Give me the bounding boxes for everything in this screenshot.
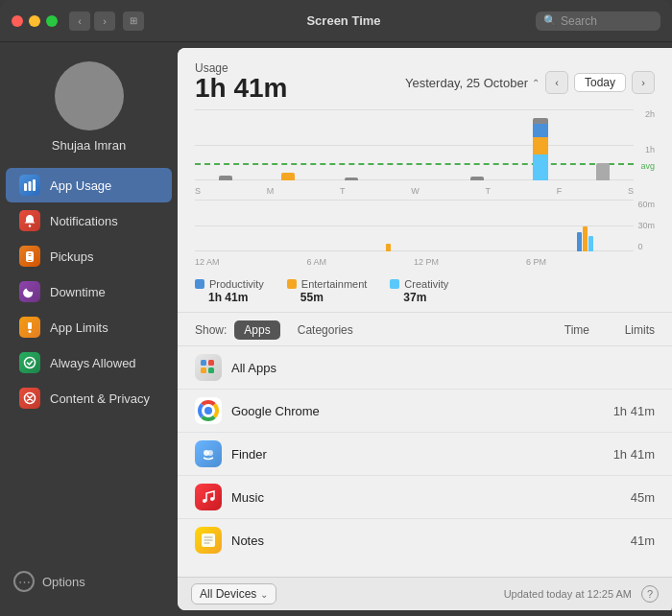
sidebar-item-app-limits[interactable]: App Limits bbox=[6, 310, 172, 344]
avg-label: avg bbox=[640, 161, 655, 171]
legend-creativity: Creativity 37m bbox=[390, 278, 448, 304]
search-box[interactable]: 🔍 bbox=[536, 12, 660, 31]
col-time-header: Time bbox=[522, 323, 589, 337]
sidebar-item-label-content-privacy: Content & Privacy bbox=[50, 391, 150, 406]
bar-s1 bbox=[219, 176, 232, 180]
dx-6am: 6 AM bbox=[307, 257, 327, 267]
next-date-button[interactable]: › bbox=[632, 71, 655, 94]
svg-rect-8 bbox=[28, 322, 32, 329]
sidebar-item-downtime[interactable]: Downtime bbox=[6, 274, 172, 309]
svg-rect-13 bbox=[208, 360, 214, 366]
daily-bar-am bbox=[386, 244, 391, 251]
bar-f-orange bbox=[533, 137, 548, 154]
sidebar-item-app-usage[interactable]: App Usage bbox=[6, 168, 172, 202]
chevron-down-icon: ⌃ bbox=[532, 78, 540, 88]
sidebar-item-label-app-limits: App Limits bbox=[50, 320, 108, 335]
svg-point-18 bbox=[203, 499, 206, 503]
y-label-2h: 2h bbox=[645, 109, 655, 119]
sidebar-nav: App Usage Notifications bbox=[0, 168, 178, 558]
date-nav: Yesterday, 25 October ⌃ ‹ Today › bbox=[405, 71, 655, 94]
bar-f-blue bbox=[533, 124, 548, 137]
help-button[interactable]: ? bbox=[641, 585, 659, 603]
show-tabs: Show: Apps Categories Time Limits bbox=[178, 313, 672, 345]
app-time-music: 45m bbox=[588, 490, 655, 505]
dx-12pm: 12 PM bbox=[414, 257, 439, 267]
x-label-w: W bbox=[411, 186, 420, 196]
all-apps-icon bbox=[195, 354, 222, 381]
content-privacy-icon bbox=[19, 388, 40, 409]
username: Shujaa Imran bbox=[52, 138, 126, 153]
show-label: Show: bbox=[195, 323, 227, 337]
chevron-down-icon: ⌄ bbox=[260, 589, 268, 600]
today-button[interactable]: Today bbox=[574, 73, 626, 92]
daily-y-labels: 60m 30m 0 bbox=[637, 200, 655, 251]
app-name-chrome: Google Chrome bbox=[231, 404, 578, 418]
chrome-icon bbox=[195, 397, 222, 424]
weekly-chart: 2h 1h avg bbox=[195, 109, 655, 196]
options-item[interactable]: ⋯ Options bbox=[13, 566, 164, 597]
svg-point-19 bbox=[210, 497, 214, 501]
svg-rect-12 bbox=[201, 360, 206, 366]
sidebar: Shujaa Imran App Usage bbox=[0, 42, 178, 616]
app-list: All Apps Google Chrome 1h 41m bbox=[178, 346, 672, 577]
svg-point-17 bbox=[207, 450, 213, 456]
back-button[interactable]: ‹ bbox=[69, 12, 90, 31]
search-input[interactable] bbox=[561, 14, 653, 28]
legend-label-creativity: Creativity bbox=[404, 278, 448, 290]
sidebar-item-pickups[interactable]: Pickups bbox=[6, 239, 172, 273]
chart-legend: Productivity 1h 41m Entertainment 55m Cr… bbox=[178, 272, 672, 312]
traffic-lights bbox=[12, 15, 58, 27]
device-select[interactable]: All Devices ⌄ bbox=[191, 583, 276, 604]
minimize-button[interactable] bbox=[29, 15, 40, 27]
always-allowed-icon bbox=[19, 352, 40, 373]
dx-6pm: 6 PM bbox=[526, 257, 546, 267]
finder-icon bbox=[195, 440, 222, 467]
week-bar-f bbox=[510, 109, 571, 180]
tab-apps[interactable]: Apps bbox=[234, 320, 279, 340]
svg-rect-0 bbox=[24, 183, 27, 191]
week-bar-w bbox=[384, 109, 445, 180]
maximize-button[interactable] bbox=[46, 15, 58, 27]
week-bar-t2 bbox=[446, 109, 508, 180]
sidebar-item-always-allowed[interactable]: Always Allowed bbox=[6, 345, 172, 380]
table-row[interactable]: All Apps bbox=[178, 346, 672, 390]
main-layout: Shujaa Imran App Usage bbox=[0, 42, 672, 616]
tab-categories[interactable]: Categories bbox=[288, 320, 363, 340]
music-icon bbox=[195, 484, 222, 510]
app-name-all: All Apps bbox=[231, 361, 578, 375]
daily-bar-pm2 bbox=[583, 226, 588, 251]
x-label-t1: T bbox=[340, 186, 346, 196]
dx-12am: 12 AM bbox=[195, 257, 220, 267]
sidebar-item-label-app-usage: App Usage bbox=[50, 178, 111, 193]
grid-button[interactable]: ⊞ bbox=[123, 12, 144, 31]
downtime-icon bbox=[19, 281, 40, 302]
sidebar-item-notifications[interactable]: Notifications bbox=[6, 203, 172, 238]
sidebar-item-content-privacy[interactable]: Content & Privacy bbox=[6, 381, 172, 415]
sidebar-footer: ⋯ Options bbox=[0, 558, 178, 604]
close-button[interactable] bbox=[12, 15, 23, 27]
col-limits-header: Limits bbox=[597, 323, 655, 337]
forward-button[interactable]: › bbox=[94, 12, 115, 31]
pickups-icon bbox=[19, 246, 40, 267]
svg-point-9 bbox=[29, 330, 32, 333]
bar-f-cyan bbox=[533, 154, 548, 180]
avatar bbox=[55, 61, 124, 130]
table-row[interactable]: Finder 1h 41m bbox=[178, 433, 672, 476]
app-usage-icon bbox=[19, 175, 40, 196]
prev-date-button[interactable]: ‹ bbox=[545, 71, 568, 94]
app-time-notes: 41m bbox=[588, 533, 655, 548]
svg-rect-1 bbox=[29, 181, 32, 191]
table-row[interactable]: Notes 41m bbox=[178, 519, 672, 561]
sidebar-item-label-downtime: Downtime bbox=[50, 285, 106, 299]
content-panel: Usage 1h 41m Yesterday, 25 October ⌃ ‹ T… bbox=[178, 48, 672, 610]
usage-time: 1h 41m bbox=[195, 73, 288, 104]
app-time-chrome: 1h 41m bbox=[588, 404, 655, 418]
table-row[interactable]: Music 45m bbox=[178, 476, 672, 519]
svg-rect-14 bbox=[201, 367, 206, 373]
bar-t2 bbox=[470, 177, 484, 180]
table-row[interactable]: Google Chrome 1h 41m bbox=[178, 390, 672, 433]
svg-point-3 bbox=[29, 225, 31, 226]
window-title: Screen Time bbox=[152, 13, 536, 28]
legend-time-creativity: 37m bbox=[390, 291, 448, 304]
legend-dot-entertainment bbox=[287, 279, 297, 289]
